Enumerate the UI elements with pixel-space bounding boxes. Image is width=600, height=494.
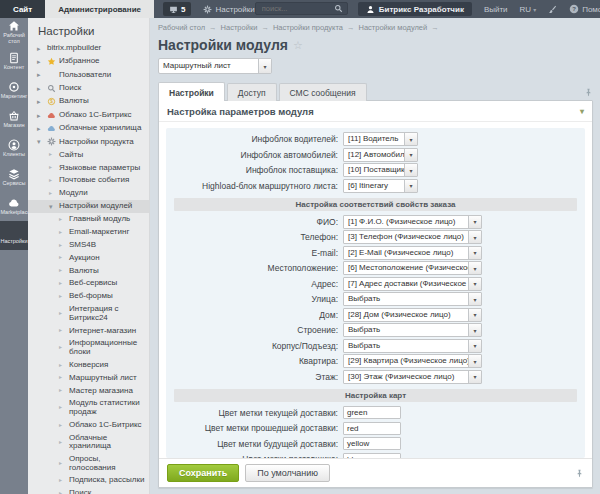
search-box[interactable] xyxy=(255,2,348,15)
sidebar-item[interactable]: Интернет-магазин xyxy=(28,324,149,337)
select-arrow-icon[interactable]: ▾ xyxy=(404,164,417,176)
sidebar-item[interactable]: Настройки модулей xyxy=(28,200,149,213)
breadcrumb-item[interactable]: Рабочий стол xyxy=(158,23,217,32)
select-field[interactable]: [10] Поставщик ▾ xyxy=(343,163,418,177)
sidebar-item[interactable]: Поиск xyxy=(28,487,149,494)
select-arrow-icon[interactable]: ▾ xyxy=(404,149,417,161)
sidebar-item[interactable]: SMS4B xyxy=(28,239,149,252)
tab[interactable]: СМС сообщения xyxy=(279,83,367,101)
sidebar-item[interactable]: Настройки продукта xyxy=(28,135,149,148)
rail-item[interactable]: Маркетинг xyxy=(0,76,28,105)
select-field[interactable]: [28] Дом (Физическое лицо) ▾ xyxy=(343,308,482,322)
sidebar-item[interactable]: Конверсия xyxy=(28,359,149,372)
select-arrow-icon[interactable]: ▾ xyxy=(468,324,481,336)
sidebar-item[interactable]: Облако 1С-Битрикс xyxy=(28,419,149,432)
topbar-settings-link[interactable]: Настройки xyxy=(203,0,254,18)
select-arrow-icon[interactable]: ▾ xyxy=(468,355,481,367)
sidebar-item[interactable]: Мастер магазина xyxy=(28,384,149,397)
select-field[interactable]: [3] Телефон (Физическое лицо) ▾ xyxy=(343,230,482,244)
select-arrow-icon[interactable]: ▾ xyxy=(468,340,481,352)
tab[interactable]: Настройки xyxy=(158,82,225,101)
collapse-chevron-icon[interactable]: ▾ xyxy=(580,107,584,116)
select-arrow-icon[interactable]: ▾ xyxy=(468,309,481,321)
sidebar-item[interactable]: Маршрутный лист xyxy=(28,372,149,385)
select-arrow-icon[interactable]: ▾ xyxy=(468,216,481,228)
tab[interactable]: Доступ xyxy=(227,83,277,101)
sidebar-item[interactable]: Избранное xyxy=(28,55,149,68)
default-button[interactable]: По умолчанию xyxy=(245,464,330,482)
sidebar-item[interactable]: Аукцион xyxy=(28,252,149,265)
breadcrumb-item[interactable]: Настройки продукта xyxy=(273,23,355,32)
select-field[interactable]: Выбрать ▾ xyxy=(343,292,482,306)
sidebar-item[interactable]: Почтовые события xyxy=(28,174,149,187)
select-arrow-icon[interactable]: ▾ xyxy=(468,278,481,290)
sidebar-item[interactable]: Модуль статистики продаж xyxy=(28,397,149,418)
sidebar-item[interactable]: Модули xyxy=(28,187,149,200)
select-field[interactable]: [29] Квартира (Физическое лицо) ▾ xyxy=(343,354,482,368)
notifications-badge[interactable]: 5 xyxy=(163,2,191,16)
sidebar-item[interactable]: Подписка, рассылки xyxy=(28,474,149,487)
sidebar-item[interactable]: Пользователи xyxy=(28,68,149,81)
field-label: Телефон: xyxy=(166,232,343,242)
sidebar-item[interactable]: Сайты xyxy=(28,149,149,162)
breadcrumb-item[interactable]: Настройки модулей xyxy=(359,23,439,32)
left-rail: Рабочий стол Контент Маркетинг Магазин К… xyxy=(0,18,28,494)
select-arrow-icon[interactable]: ▾ xyxy=(468,262,481,274)
select-field[interactable]: [30] Этаж (Физическое лицо) ▾ xyxy=(343,370,482,384)
pin-icon[interactable] xyxy=(584,87,593,98)
select-arrow-icon[interactable]: ▾ xyxy=(468,231,481,243)
tab-site[interactable]: Сайт xyxy=(0,0,45,18)
theme-brush-button[interactable] xyxy=(548,0,557,18)
sidebar-item[interactable]: Опросы, голосования xyxy=(28,453,149,474)
select-field[interactable]: [1] Ф.И.О. (Физическое лицо) ▾ xyxy=(343,215,482,229)
rail-item[interactable]: Сервисы xyxy=(0,163,28,192)
text-input[interactable]: red xyxy=(343,422,401,435)
sidebar-item[interactable]: Веб-формы xyxy=(28,290,149,303)
select-arrow-icon[interactable]: ▾ xyxy=(468,293,481,305)
rail-item[interactable]: Настройки xyxy=(0,221,28,250)
select-field[interactable]: [2] E-Mail (Физическое лицо) ▾ xyxy=(343,246,482,260)
select-field[interactable]: [6] Местоположение (Физическое лицо) ▾ xyxy=(343,261,482,275)
sidebar-item[interactable]: Email-маркетинг xyxy=(28,226,149,239)
favorite-star-icon[interactable]: ☆ xyxy=(293,39,303,52)
rail-item[interactable]: Магазин xyxy=(0,105,28,134)
sidebar-item[interactable]: Интеграция с Битрикс24 xyxy=(28,303,149,324)
select-field[interactable]: Выбрать ▾ xyxy=(343,323,482,337)
sidebar-item[interactable]: Валюты xyxy=(28,95,149,108)
sidebar-item[interactable]: Информационные блоки xyxy=(28,337,149,358)
text-input[interactable]: green xyxy=(343,406,401,419)
sidebar-item[interactable]: Поиск xyxy=(28,82,149,95)
pin-icon[interactable] xyxy=(575,468,584,479)
module-select[interactable]: Маршрутный лист ▾ xyxy=(158,58,272,74)
select-arrow-icon[interactable]: ▾ xyxy=(468,247,481,259)
rail-item[interactable]: Контент xyxy=(0,47,28,76)
sidebar-item[interactable]: Веб-сервисы xyxy=(28,277,149,290)
select-field[interactable]: [12] Автомобили ▾ xyxy=(343,148,418,162)
logout-link[interactable]: Выйти xyxy=(484,0,508,18)
select-field[interactable]: [6] Itinerary ▾ xyxy=(343,179,418,193)
select-arrow-icon[interactable]: ▾ xyxy=(468,371,481,383)
sidebar-item[interactable]: Облачные хранилища xyxy=(28,432,149,453)
select-field[interactable]: Выбрать ▾ xyxy=(343,339,482,353)
help-link[interactable]: Помощь xyxy=(569,0,600,18)
text-input[interactable]: yellow xyxy=(343,437,401,450)
sidebar-item[interactable]: Валюты xyxy=(28,264,149,277)
sidebar-item[interactable]: Языковые параметры xyxy=(28,161,149,174)
rail-item[interactable]: Клиенты xyxy=(0,134,28,163)
sidebar-item[interactable]: Облачные хранилища xyxy=(28,122,149,135)
language-select[interactable]: RU ▾ xyxy=(520,0,537,18)
save-button[interactable]: Сохранить xyxy=(167,464,239,482)
sidebar-item[interactable]: bitrix.mpbuilder xyxy=(28,42,149,55)
sidebar-item[interactable]: Главный модуль xyxy=(28,213,149,226)
select-arrow-icon[interactable]: ▾ xyxy=(404,180,417,192)
sidebar-item[interactable]: Облако 1С-Битрикс xyxy=(28,108,149,121)
select-field[interactable]: [7] Адрес доставки (Физическое лицо) ▾ xyxy=(343,277,482,291)
tab-administration[interactable]: Администрирование xyxy=(45,0,154,18)
rail-item[interactable]: Рабочий стол xyxy=(0,18,28,47)
select-arrow-icon[interactable]: ▾ xyxy=(404,133,417,145)
select-field[interactable]: [11] Водитель ▾ xyxy=(343,132,418,146)
breadcrumb-item[interactable]: Настройки xyxy=(221,23,269,32)
rail-item[interactable]: Marketplace xyxy=(0,192,28,221)
user-menu[interactable]: Битрикс Разработчик xyxy=(358,2,472,16)
search-input[interactable] xyxy=(260,3,334,14)
